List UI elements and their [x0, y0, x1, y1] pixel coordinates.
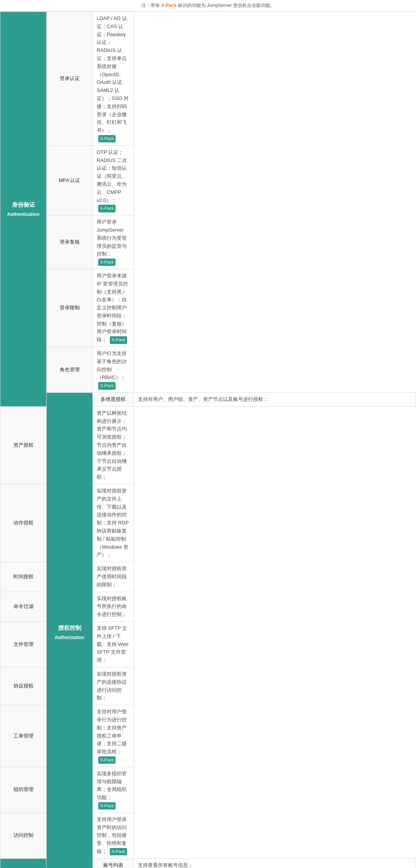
xpack-label: X-Pack	[161, 3, 176, 8]
feature-name: 命令过滤	[0, 592, 47, 621]
category-cell-auth: 身份验证Authentication	[0, 12, 47, 407]
features-table: 身份验证Authentication登录认证LDAP / AD 认证；CAS 认…	[0, 12, 416, 868]
feature-name: 登录限制	[47, 269, 93, 347]
table-row: 角色管理用户行为支持基于角色的访问控制（RBAC）； X-Pack	[0, 347, 416, 393]
xpack-badge: X-Pack	[110, 848, 127, 856]
category-name-en: Authentication	[4, 211, 42, 218]
feature-name: 角色管理	[47, 347, 93, 393]
feature-desc: 支持对用户登录行为进行控制；支持资产授权工单申请；支持二级审批流程； X-Pac…	[93, 705, 134, 767]
feature-name: 协议授权	[0, 667, 47, 705]
feature-name: 登录复核	[47, 215, 93, 269]
table-row: MFA 认证OTP 认证；RADIUS 二次认证；短信认证（阿里云、腾讯云、华为…	[0, 145, 416, 215]
category-cell-authz: 授权控制Authorization	[47, 393, 93, 868]
feature-name: 文件管理	[0, 621, 47, 667]
table-row: 登录复核用户登录 JumpServer 系统行为受管理员的监管与控制； X-Pa…	[0, 215, 416, 269]
feature-desc: 实现对授权资产的连接协议进行访问控制；	[93, 667, 134, 705]
table-row: 授权控制Authorization多维度授权支持对用户、用户组、资产、资产节点以…	[0, 393, 416, 407]
feature-name: 资产授权	[0, 406, 47, 484]
feature-desc: OTP 认证；RADIUS 二次认证；短信认证（阿里云、腾讯云、华为云、CMPP…	[93, 145, 134, 215]
feature-desc: 实现多组织管理与权限隔离；全局组织功能； X-Pack	[93, 767, 134, 813]
xpack-badge: X-Pack	[98, 382, 116, 390]
xpack-badge: X-Pack	[98, 135, 116, 143]
table-row: 身份验证Authentication登录认证LDAP / AD 认证；CAS 认…	[0, 12, 416, 146]
category-cell-account: 账号管理Accounting	[0, 858, 47, 868]
category-name-en: Authorization	[50, 634, 89, 641]
notice-bar: 注：带有 X-Pack 标识的功能为 JumpServer 堡垒机企业版功能。	[0, 0, 416, 12]
feature-name: 登录认证	[47, 12, 93, 146]
feature-name: MFA 认证	[47, 145, 93, 215]
xpack-badge: X-Pack	[98, 259, 116, 266]
feature-name: 组织管理	[0, 767, 47, 813]
feature-name: 账号列表	[93, 858, 134, 868]
feature-desc: 用户行为支持基于角色的访问控制（RBAC）； X-Pack	[93, 347, 134, 393]
feature-desc: 支持 SFTP 文件上传 / 下载、支持 Web SFTP 文件管理；	[93, 621, 134, 667]
xpack-badge: X-Pack	[110, 336, 127, 344]
feature-desc: 实现对授权账号所执行的命令进行控制；	[93, 592, 134, 621]
feature-name: 多维度授权	[93, 393, 134, 407]
feature-desc: 实现对授权资产的文件上传、下载以及连接动作的控制；支持 RDP 协议剪贴板复制 …	[93, 484, 134, 562]
category-name-zh: 授权控制	[50, 623, 89, 633]
feature-desc: 用户登录来源 IP 受管理员控制（支持黑 / 白名单）；自定义控制用户登录时间段…	[93, 269, 134, 347]
feature-name: 访问控制	[0, 813, 47, 858]
feature-desc: LDAP / AD 认证；CAS 认证；Passkey 认证；RADIUS 认证…	[93, 12, 134, 146]
xpack-badge: X-Pack	[98, 756, 116, 764]
feature-desc: 支持查看所有账号信息；	[134, 858, 416, 868]
feature-desc: 资产以树状结构进行展示；资产和节点均可浏览授权；节点内资产自动继承授权；子节点自…	[93, 406, 134, 484]
xpack-badge: X-Pack	[98, 802, 116, 810]
table-row: 登录限制用户登录来源 IP 受管理员控制（支持黑 / 白名单）；自定义控制用户登…	[0, 269, 416, 347]
category-name-zh: 身份验证	[4, 200, 42, 209]
feature-name: 时间授权	[0, 562, 47, 592]
feature-name: 动作授权	[0, 484, 47, 562]
feature-desc: 支持用户登录资产时的访问控制，包括接受、拒绝和复核； X-Pack	[93, 813, 134, 858]
feature-desc: 实现对授权资产使用时间段的限制；	[93, 562, 134, 592]
feature-desc: 支持对用户、用户组、资产、资产节点以及账号进行授权；	[134, 393, 416, 407]
feature-desc: 用户登录 JumpServer 系统行为受管理员的监管与控制； X-Pack	[93, 215, 134, 269]
xpack-badge: X-Pack	[98, 205, 116, 212]
feature-name: 工单管理	[0, 705, 47, 767]
